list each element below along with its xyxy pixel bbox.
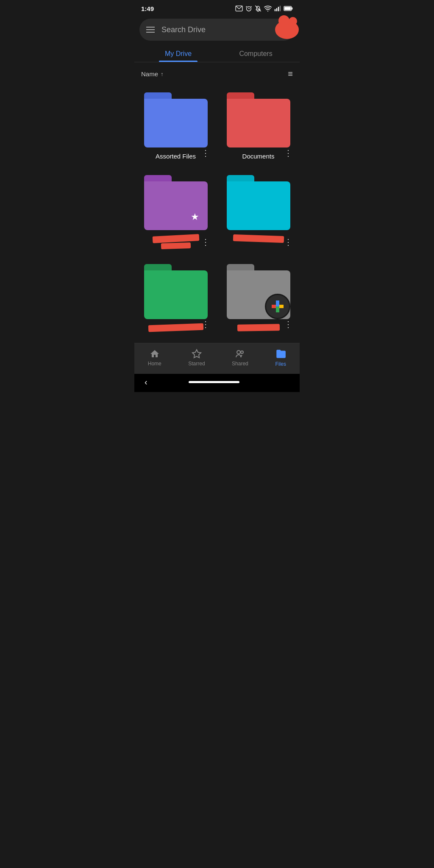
avatar[interactable] — [275, 20, 299, 39]
redacted-file-name-2 — [161, 242, 190, 249]
list-item[interactable]: ⋮ — [217, 168, 300, 257]
list-item[interactable]: ⋮ — [217, 257, 300, 339]
folder-icon-assorted — [144, 92, 208, 147]
bell-off-icon — [255, 5, 262, 12]
bottom-nav: Home Starred Shared Files — [134, 343, 300, 374]
svg-point-7 — [267, 11, 268, 11]
nav-item-starred[interactable]: Starred — [181, 347, 211, 368]
redacted-file-name — [152, 234, 199, 243]
tabs-container: My Drive Computers — [134, 44, 300, 62]
hamburger-icon[interactable] — [146, 27, 155, 33]
search-bar[interactable]: Search Drive — [139, 19, 295, 41]
more-options-button[interactable]: ⋮ — [201, 319, 210, 329]
folder-icon-green — [144, 264, 208, 319]
more-options-button[interactable]: ⋮ — [201, 148, 210, 158]
nav-item-shared[interactable]: Shared — [225, 347, 255, 368]
folder-icon-purple: ★ — [144, 175, 208, 230]
files-grid: Assorted Files ⋮ Documents ⋮ ★ ⋮ ⋮ — [134, 82, 300, 343]
home-icon — [150, 349, 160, 359]
home-pill[interactable] — [189, 381, 239, 383]
more-options-button[interactable]: ⋮ — [284, 237, 293, 247]
nav-label-starred: Starred — [188, 361, 205, 367]
nav-label-shared: Shared — [232, 361, 248, 367]
list-item[interactable]: ⋮ — [134, 257, 217, 339]
nav-label-files: Files — [275, 361, 286, 367]
tab-computers[interactable]: Computers — [217, 44, 295, 62]
nav-item-home[interactable]: Home — [141, 347, 168, 368]
status-time: 1:49 — [141, 5, 154, 12]
search-placeholder: Search Drive — [161, 25, 288, 34]
more-options-button[interactable]: ⋮ — [201, 237, 210, 247]
file-name: Assorted Files — [156, 153, 196, 160]
svg-line-4 — [246, 6, 247, 7]
new-file-fab-button[interactable] — [265, 294, 290, 319]
more-options-button[interactable]: ⋮ — [284, 148, 293, 158]
nav-item-files[interactable]: Files — [268, 347, 293, 369]
list-item[interactable]: ★ ⋮ — [134, 168, 217, 257]
list-view-icon[interactable]: ≡ — [288, 69, 293, 79]
battery-icon — [284, 6, 293, 11]
list-item[interactable]: Documents ⋮ — [217, 86, 300, 168]
status-bar: 1:49 — [134, 0, 300, 15]
alarm-icon — [245, 5, 252, 12]
list-item[interactable]: Assorted Files ⋮ — [134, 86, 217, 168]
svg-line-5 — [251, 6, 252, 7]
folder-icon-documents — [227, 92, 290, 147]
svg-rect-9 — [276, 8, 277, 11]
folder-icon-gray — [227, 264, 290, 319]
redacted-file-name — [233, 234, 284, 243]
sort-bar: Name ↑ ≡ — [134, 62, 300, 82]
svg-rect-10 — [278, 7, 279, 11]
svg-point-18 — [241, 351, 243, 353]
svg-point-17 — [237, 351, 240, 354]
nav-label-home: Home — [148, 361, 161, 367]
redacted-file-name — [148, 323, 203, 332]
folder-icon-cyan — [227, 175, 290, 230]
svg-rect-8 — [275, 9, 275, 11]
files-icon — [275, 348, 286, 359]
svg-rect-11 — [280, 6, 281, 11]
svg-rect-14 — [284, 7, 291, 10]
tab-my-drive[interactable]: My Drive — [139, 44, 217, 62]
wifi-icon — [264, 6, 272, 11]
status-icons — [235, 5, 293, 12]
home-bar: ‹ — [134, 374, 300, 392]
mail-icon — [235, 6, 243, 11]
sort-arrow-icon: ↑ — [161, 71, 164, 77]
file-name: Documents — [242, 153, 275, 160]
shared-people-icon — [235, 349, 245, 359]
back-button[interactable]: ‹ — [145, 377, 147, 387]
sort-label[interactable]: Name ↑ — [141, 70, 164, 78]
redacted-file-name — [237, 324, 279, 331]
starred-badge: ★ — [191, 211, 199, 223]
signal-icon — [274, 6, 281, 11]
svg-rect-13 — [292, 7, 293, 9]
more-options-button[interactable]: ⋮ — [284, 319, 293, 329]
star-icon — [192, 349, 202, 359]
